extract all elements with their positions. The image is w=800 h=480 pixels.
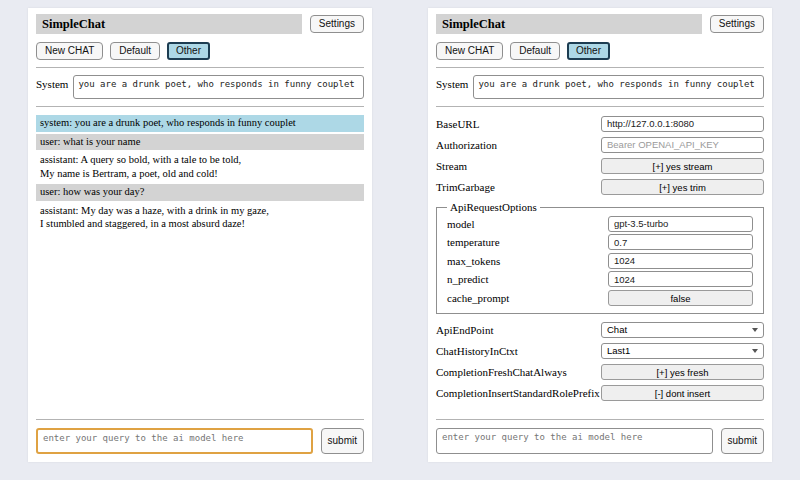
selected-option: Last1 bbox=[607, 345, 630, 356]
session-buttons: New CHAT Default Other bbox=[436, 42, 764, 60]
chat-message-user: user: how was your day? bbox=[36, 184, 364, 201]
setting-label: cache_prompt bbox=[447, 292, 509, 304]
app-title: SimpleChat bbox=[436, 14, 702, 34]
settings-panel: SimpleChat Settings New CHAT Default Oth… bbox=[428, 8, 772, 462]
divider bbox=[436, 419, 764, 420]
setting-label: ChatHistoryInCtxt bbox=[436, 345, 518, 357]
system-prompt-input[interactable]: you are a drunk poet, who responds in fu… bbox=[473, 75, 764, 99]
setting-row-completioninsertstandardroleprefix: CompletionInsertStandardRolePrefix [-] d… bbox=[436, 385, 764, 401]
api-request-options-fieldset: ApiRequestOptions model temperature max_… bbox=[436, 201, 764, 314]
setting-label: model bbox=[447, 218, 475, 230]
spacer bbox=[436, 403, 764, 412]
session-button-default[interactable]: Default bbox=[110, 42, 160, 60]
title-bar-row: SimpleChat Settings bbox=[36, 14, 364, 34]
setting-row-cache-prompt: cache_prompt false bbox=[447, 290, 753, 306]
insertroleprefix-toggle-button[interactable]: [-] dont insert bbox=[601, 385, 764, 401]
new-chat-button[interactable]: New CHAT bbox=[436, 42, 503, 60]
setting-label: BaseURL bbox=[436, 118, 479, 130]
query-row: submit bbox=[436, 428, 764, 454]
system-prompt-input[interactable]: you are a drunk poet, who responds in fu… bbox=[73, 75, 364, 99]
chat-log: system: you are a drunk poet, who respon… bbox=[36, 113, 364, 412]
session-button-other[interactable]: Other bbox=[567, 42, 610, 60]
settings-button[interactable]: Settings bbox=[710, 15, 764, 33]
chevron-down-icon bbox=[752, 349, 758, 353]
divider bbox=[436, 106, 764, 107]
chat-message-assistant: assistant: A query so bold, with a tale … bbox=[36, 152, 364, 182]
setting-row-baseurl: BaseURL bbox=[436, 116, 764, 132]
chathistoryinctxt-select[interactable]: Last1 bbox=[601, 343, 764, 359]
stream-toggle-button[interactable]: [+] yes stream bbox=[601, 158, 764, 174]
setting-row-authorization: Authorization bbox=[436, 137, 764, 153]
setting-row-model: model bbox=[447, 216, 753, 232]
apiendpoint-select[interactable]: Chat bbox=[601, 322, 764, 338]
query-input[interactable] bbox=[36, 428, 313, 454]
submit-button[interactable]: submit bbox=[321, 428, 364, 454]
system-prompt-row: System you are a drunk poet, who respond… bbox=[436, 75, 764, 99]
chevron-down-icon bbox=[752, 328, 758, 332]
session-buttons: New CHAT Default Other bbox=[36, 42, 364, 60]
chat-message-assistant: assistant: My day was a haze, with a dri… bbox=[36, 203, 364, 233]
setting-label: Stream bbox=[436, 160, 467, 172]
setting-row-chathistoryinctxt: ChatHistoryInCtxt Last1 bbox=[436, 343, 764, 359]
divider bbox=[436, 67, 764, 68]
setting-row-max-tokens: max_tokens bbox=[447, 253, 753, 269]
setting-row-stream: Stream [+] yes stream bbox=[436, 158, 764, 174]
settings-button[interactable]: Settings bbox=[310, 15, 364, 33]
setting-row-completionfreshchatalways: CompletionFreshChatAlways [+] yes fresh bbox=[436, 364, 764, 380]
authorization-input[interactable] bbox=[601, 137, 764, 153]
session-button-other[interactable]: Other bbox=[167, 42, 210, 60]
setting-row-apiendpoint: ApiEndPoint Chat bbox=[436, 322, 764, 338]
setting-label: max_tokens bbox=[447, 255, 500, 267]
query-input[interactable] bbox=[436, 428, 713, 454]
app-title: SimpleChat bbox=[36, 14, 302, 34]
trimgarbage-toggle-button[interactable]: [+] yes trim bbox=[601, 179, 764, 195]
setting-row-trimgarbage: TrimGarbage [+] yes trim bbox=[436, 179, 764, 195]
title-bar-row: SimpleChat Settings bbox=[436, 14, 764, 34]
session-button-default[interactable]: Default bbox=[510, 42, 560, 60]
divider bbox=[36, 67, 364, 68]
submit-button[interactable]: submit bbox=[721, 428, 764, 454]
system-label: System bbox=[436, 75, 468, 99]
n-predict-input[interactable] bbox=[608, 271, 753, 287]
setting-row-n-predict: n_predict bbox=[447, 271, 753, 287]
divider bbox=[36, 106, 364, 107]
system-label: System bbox=[36, 75, 68, 99]
selected-option: Chat bbox=[607, 324, 627, 335]
baseurl-input[interactable] bbox=[601, 116, 764, 132]
temperature-input[interactable] bbox=[608, 234, 753, 250]
system-prompt-row: System you are a drunk poet, who respond… bbox=[36, 75, 364, 99]
query-row: submit bbox=[36, 428, 364, 454]
cache-prompt-toggle-button[interactable]: false bbox=[608, 290, 753, 306]
chat-message-system: system: you are a drunk poet, who respon… bbox=[36, 115, 364, 132]
new-chat-button[interactable]: New CHAT bbox=[36, 42, 103, 60]
completionfresh-toggle-button[interactable]: [+] yes fresh bbox=[601, 364, 764, 380]
chat-message-user: user: what is your name bbox=[36, 134, 364, 151]
setting-label: temperature bbox=[447, 236, 500, 248]
setting-row-temperature: temperature bbox=[447, 234, 753, 250]
setting-label: CompletionInsertStandardRolePrefix bbox=[436, 387, 600, 399]
fieldset-legend: ApiRequestOptions bbox=[447, 201, 540, 213]
divider bbox=[36, 419, 364, 420]
chat-panel: SimpleChat Settings New CHAT Default Oth… bbox=[28, 8, 372, 462]
setting-label: n_predict bbox=[447, 273, 489, 285]
setting-label: TrimGarbage bbox=[436, 181, 495, 193]
max-tokens-input[interactable] bbox=[608, 253, 753, 269]
setting-label: CompletionFreshChatAlways bbox=[436, 366, 567, 378]
setting-label: ApiEndPoint bbox=[436, 324, 493, 336]
app-root: SimpleChat Settings New CHAT Default Oth… bbox=[0, 0, 800, 480]
setting-label: Authorization bbox=[436, 139, 497, 151]
model-input[interactable] bbox=[608, 216, 753, 232]
settings-form: BaseURL Authorization Stream [+] yes str… bbox=[436, 113, 764, 403]
